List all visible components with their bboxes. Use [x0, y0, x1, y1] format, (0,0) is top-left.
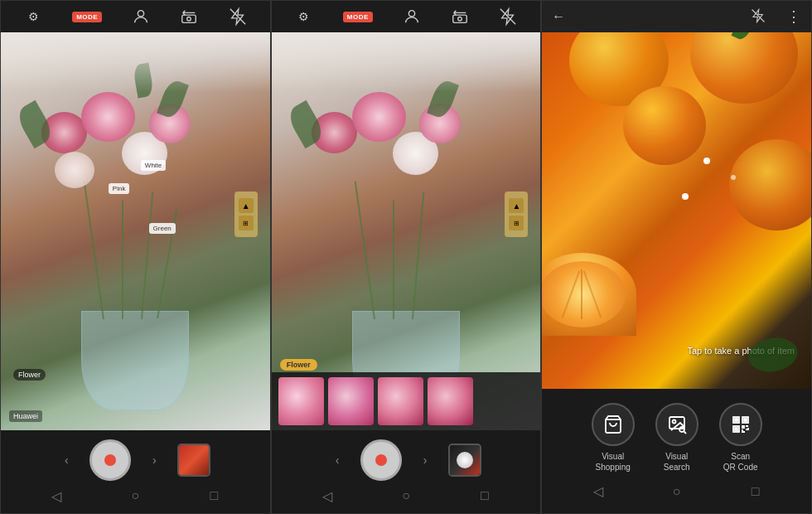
stem-2-3 [412, 192, 424, 319]
visual-shopping-label: VisualShopping [596, 451, 631, 473]
flower-p2-2 [352, 92, 406, 142]
nav-right-2[interactable]: › [418, 453, 432, 467]
orange-2 [690, 32, 798, 104]
svg-rect-5 [453, 15, 467, 22]
flash-off-icon[interactable] [229, 7, 247, 26]
scan-dot-2 [682, 193, 689, 200]
phone1-top-bar: ⚙ MODE [1, 1, 270, 32]
qr-code-icon [731, 415, 751, 434]
visual-search-item[interactable]: VisualSearch [655, 403, 698, 473]
phone2-viewfinder: ▲ ⊞ Flower [272, 32, 541, 430]
image-search-icon [667, 415, 687, 434]
ar-icon-top: ▲ [239, 198, 254, 213]
phone3-controls: VisualShopping VisualSearch [542, 389, 811, 513]
plant-bottom [746, 334, 800, 376]
phone3-nav-bar: ◁ ○ □ [542, 483, 811, 500]
phone1-controls: ‹ › ◁ ○ □ [1, 430, 270, 513]
gallery-thumbnail-2[interactable] [448, 444, 481, 477]
gallery-thumbnail[interactable] [177, 444, 210, 477]
thumb-img [179, 445, 209, 475]
ar-icon-2[interactable]: ▲ ⊞ [505, 192, 528, 237]
stem-3 [141, 192, 153, 319]
color-label-green: Green [149, 223, 176, 234]
stem-2-2 [393, 200, 394, 319]
phone2-top-bar: ⚙ MODE [272, 1, 541, 32]
visual-search-label: VisualSearch [664, 451, 690, 473]
flash-off-icon-2[interactable] [499, 7, 517, 26]
phone1-viewfinder: ▲ ⊞ Pink Green White Huawei Flower [1, 32, 270, 430]
svg-point-12 [679, 427, 684, 432]
settings-icon[interactable]: ⚙ [24, 7, 42, 26]
shutter-button[interactable] [89, 439, 131, 481]
more-menu-icon[interactable]: ⋮ [786, 7, 801, 26]
search-result-3[interactable] [378, 377, 423, 425]
stem-2 [122, 200, 123, 319]
cart-icon [603, 415, 623, 434]
flash-off-icon-3[interactable] [751, 8, 766, 26]
window-bg-2 [272, 32, 541, 92]
visual-shopping-icon-circle [592, 403, 635, 446]
ar-icon-bottom: ⊞ [239, 216, 254, 230]
scan-qr-label: ScanQR Code [723, 451, 758, 473]
search-result-1[interactable] [278, 377, 324, 425]
ar-icon-top-2: ▲ [509, 198, 524, 213]
svg-line-13 [684, 431, 686, 434]
flower-search-results [272, 372, 541, 430]
phone-2: ⚙ MODE [271, 0, 542, 514]
svg-rect-18 [744, 419, 747, 421]
scan-dot-3 [731, 175, 736, 180]
back-nav-3[interactable]: ◁ [590, 483, 607, 500]
scan-dot-1 [703, 158, 710, 164]
recents-nav[interactable]: □ [205, 487, 222, 504]
svg-point-2 [187, 17, 191, 21]
mode-badge-2[interactable]: MODE [343, 12, 373, 22]
settings-icon-2[interactable]: ⚙ [295, 7, 313, 26]
back-nav-2[interactable]: ◁ [319, 487, 336, 504]
search-result-2[interactable] [328, 377, 374, 425]
home-nav-3[interactable]: ○ [669, 483, 685, 500]
orange-half [542, 253, 636, 336]
phone-1: ⚙ MODE [0, 0, 271, 514]
search-result-4[interactable] [428, 377, 473, 425]
flower-label: Flower [13, 369, 46, 381]
orange-3 [729, 139, 811, 230]
home-nav[interactable]: ○ [127, 487, 143, 504]
phone2-controls: ‹ › ◁ ○ □ [272, 430, 541, 513]
phone1-nav-bar: ◁ ○ □ [1, 487, 270, 504]
flower-pink-2 [81, 92, 135, 142]
svg-point-0 [138, 11, 144, 17]
stem-1 [84, 181, 104, 319]
visual-shopping-item[interactable]: VisualShopping [592, 403, 635, 473]
flip-camera-icon[interactable] [180, 7, 198, 26]
orange-4 [623, 86, 706, 165]
visual-search-icon-circle [655, 403, 698, 446]
phone3-top-bar: ← ⋮ [542, 1, 811, 32]
scan-qr-icon-circle [719, 403, 762, 446]
flower-white-2 [55, 152, 94, 188]
ar-icon[interactable]: ▲ ⊞ [234, 192, 258, 237]
recents-nav-2[interactable]: □ [476, 487, 493, 504]
mode-badge[interactable]: MODE [72, 12, 102, 22]
flower-badge: Flower [280, 359, 317, 371]
flip-camera-icon-2[interactable] [451, 7, 469, 26]
flower-background-2: ▲ ⊞ Flower [272, 32, 541, 430]
home-nav-2[interactable]: ○ [398, 487, 414, 504]
color-label-white: White [141, 160, 166, 171]
nav-right[interactable]: › [147, 453, 161, 467]
back-arrow-icon[interactable]: ← [552, 9, 565, 24]
beauty-icon[interactable] [132, 7, 150, 26]
scan-qr-item[interactable]: ScanQR Code [719, 403, 762, 473]
huawei-label: Huawei [9, 410, 42, 422]
color-label-pink: Pink [109, 183, 130, 194]
phone-3: ← ⋮ [541, 0, 812, 514]
svg-point-11 [672, 419, 675, 423]
beauty-icon-2[interactable] [403, 7, 421, 26]
shutter-button-2[interactable] [360, 439, 402, 481]
window-bg [1, 32, 270, 92]
action-icons-row: VisualShopping VisualSearch [592, 403, 762, 473]
nav-left[interactable]: ‹ [60, 453, 73, 467]
recents-nav-3[interactable]: □ [747, 483, 764, 500]
phones-container: ⚙ MODE [0, 0, 812, 514]
back-nav[interactable]: ◁ [48, 487, 65, 504]
nav-left-2[interactable]: ‹ [331, 453, 344, 467]
